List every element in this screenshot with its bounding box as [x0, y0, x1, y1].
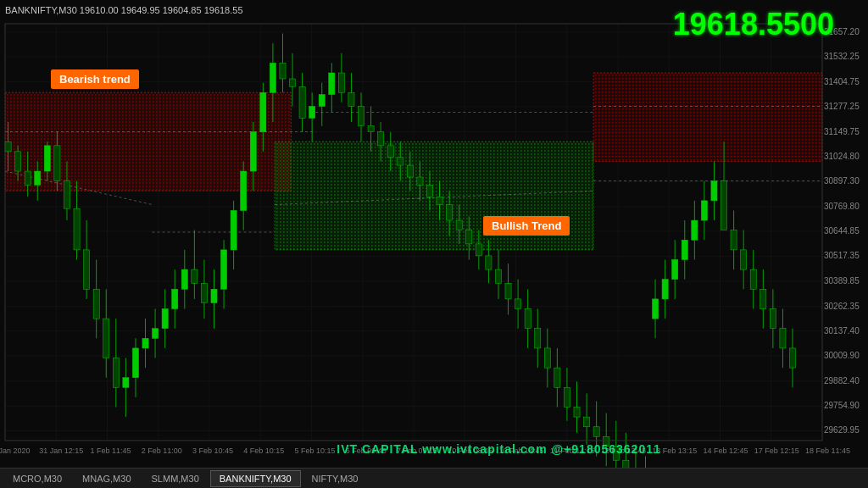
tab-mnag[interactable]: MNAG,M30 [73, 470, 140, 487]
tab-slmm[interactable]: SLMM,M30 [142, 470, 209, 487]
bullish-label: Bullish Trend [483, 216, 570, 236]
bearish-label: Bearish trend [51, 69, 139, 89]
watermark: IVT CAPITAL www.ivtcapital.com @+9180563… [337, 442, 660, 456]
tab-nifty[interactable]: NIFTY,M30 [303, 470, 368, 487]
tab-banknifty[interactable]: BANKNIFTY,M30 [210, 470, 301, 487]
symbol-info: BANKNIFTY,M30 19610.00 19649.95 19604.85… [5, 5, 243, 15]
tab-mcro[interactable]: MCRO,M30 [3, 470, 71, 487]
ohlc-text: 19610.00 19649.95 19604.85 19618.55 [80, 5, 243, 15]
chart-container: BANKNIFTY,M30 19610.00 19649.95 19604.85… [0, 0, 868, 488]
tab-bar: MCRO,M30MNAG,M30SLMM,M30BANKNIFTY,M30NIF… [0, 468, 868, 488]
price-display: 19618.5500 [673, 7, 834, 42]
symbol-text: BANKNIFTY,M30 [5, 5, 77, 15]
